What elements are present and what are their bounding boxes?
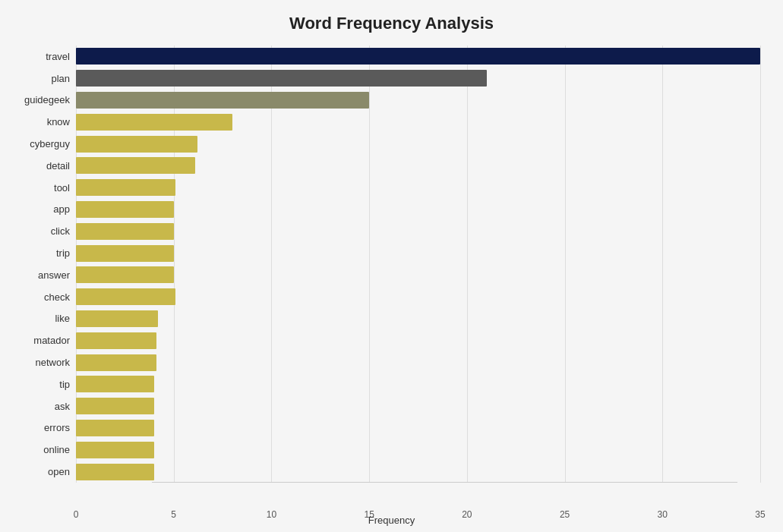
bar-label: answer [2, 269, 70, 281]
bar-label: check [2, 291, 70, 303]
bar-label: know [2, 116, 70, 127]
bar-label: network [2, 357, 70, 368]
bar-row: click [76, 223, 760, 240]
bar-label: ask [2, 401, 70, 412]
bar-row: check [76, 288, 760, 305]
bar-row: guidegeek [76, 92, 760, 109]
bar-label: app [2, 203, 70, 215]
bar-label: online [2, 444, 70, 455]
bar-label: plan [2, 73, 70, 84]
bar-row: ask [76, 398, 760, 414]
grid-line [760, 46, 761, 483]
bar-label: guidegeek [2, 94, 70, 105]
bar [76, 310, 158, 327]
bar-row: online [76, 442, 760, 458]
bar-label: open [2, 466, 70, 477]
bar [76, 179, 175, 196]
bars-container: travelplanguidegeekknowcyberguydetailtoo… [76, 46, 760, 483]
bar-row: like [76, 310, 760, 327]
bar [76, 70, 487, 87]
x-axis-label: Frequency [0, 515, 783, 526]
bar-label: travel [2, 51, 70, 62]
bar-label: detail [2, 160, 70, 172]
bar-row: app [76, 201, 760, 218]
bar [76, 114, 232, 131]
bar-label: tool [2, 182, 70, 194]
chart-title: Word Frequency Analysis [0, 14, 783, 33]
bar [76, 136, 197, 153]
bar [76, 48, 760, 65]
bar-label: tip [2, 379, 70, 390]
chart-area: travelplanguidegeekknowcyberguydetailtoo… [76, 46, 760, 483]
bar-row: tool [76, 179, 760, 196]
bar-row: network [76, 354, 760, 371]
bar-row: tip [76, 376, 760, 392]
bar [76, 223, 174, 240]
bar [76, 201, 174, 218]
bar [76, 398, 154, 414]
bar [76, 266, 174, 283]
bar-row: open [76, 464, 760, 480]
bar-label: like [2, 313, 70, 324]
bar-label: click [2, 225, 70, 237]
bar [76, 288, 175, 305]
bar [76, 332, 156, 349]
bar-row: trip [76, 245, 760, 262]
bar-label: matador [2, 335, 70, 346]
chart-container: Word Frequency Analysis travelplanguideg… [0, 0, 783, 532]
bar-label: cyberguy [2, 138, 70, 150]
bar-row: matador [76, 332, 760, 349]
bar-row: detail [76, 157, 760, 174]
bar [76, 245, 174, 262]
bar-row: cyberguy [76, 136, 760, 153]
bar-row: answer [76, 266, 760, 283]
bar [76, 157, 195, 174]
x-axis-line [152, 482, 737, 483]
bar-label: trip [2, 247, 70, 259]
bar [76, 92, 369, 109]
bar [76, 376, 154, 392]
bar [76, 464, 154, 480]
bar [76, 420, 154, 436]
bar-row: travel [76, 48, 760, 65]
bar-row: plan [76, 70, 760, 87]
bar-row: errors [76, 420, 760, 436]
bar-row: know [76, 114, 760, 131]
bar-label: errors [2, 422, 70, 433]
bar [76, 354, 156, 371]
bar [76, 442, 154, 458]
